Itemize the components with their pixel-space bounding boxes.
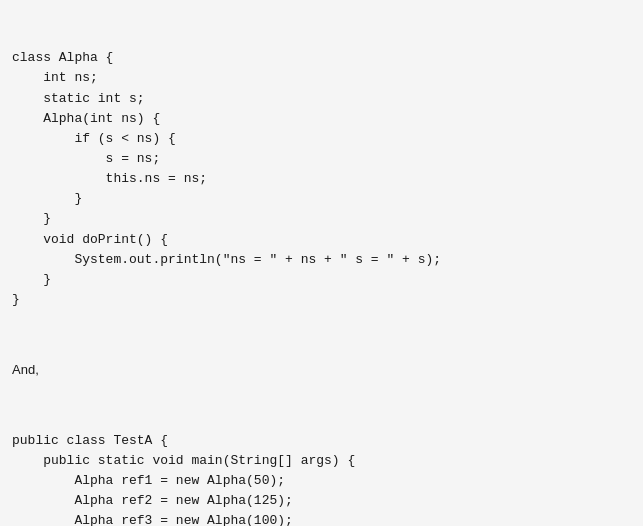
- code-line: s = ns;: [12, 149, 631, 169]
- code-line: public static void main(String[] args) {: [12, 451, 631, 471]
- code-line: if (s < ns) {: [12, 129, 631, 149]
- code-container: class Alpha { int ns; static int s; Alph…: [0, 0, 643, 526]
- code-line: int ns;: [12, 68, 631, 88]
- code-line: }: [12, 209, 631, 229]
- code-block-1: class Alpha { int ns; static int s; Alph…: [12, 48, 631, 310]
- separator-text: And,: [12, 360, 631, 380]
- code-line: Alpha ref3 = new Alpha(100);: [12, 511, 631, 526]
- code-line: void doPrint() {: [12, 230, 631, 250]
- code-block-2: public class TestA { public static void …: [12, 431, 631, 526]
- code-line: System.out.println("ns = " + ns + " s = …: [12, 250, 631, 270]
- code-line: static int s;: [12, 89, 631, 109]
- code-line: public class TestA {: [12, 431, 631, 451]
- code-line: Alpha ref2 = new Alpha(125);: [12, 491, 631, 511]
- code-line: class Alpha {: [12, 48, 631, 68]
- code-line: }: [12, 270, 631, 290]
- code-line: this.ns = ns;: [12, 169, 631, 189]
- code-line: }: [12, 290, 631, 310]
- code-line: Alpha ref1 = new Alpha(50);: [12, 471, 631, 491]
- code-line: }: [12, 189, 631, 209]
- code-line: Alpha(int ns) {: [12, 109, 631, 129]
